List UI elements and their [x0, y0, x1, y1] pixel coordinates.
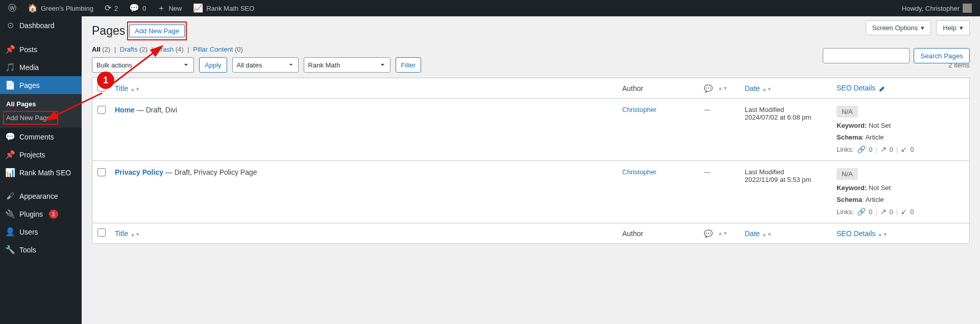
comments-toolbar[interactable]: 💬0 — [125, 0, 150, 16]
menu-users-label: Users — [19, 228, 38, 236]
view-pillar[interactable]: Pillar Content — [193, 45, 233, 53]
view-drafts-count: (2) — [139, 45, 148, 53]
col-title[interactable]: Title▲▼ — [115, 84, 622, 92]
keyword-value: Not Set — [867, 184, 891, 192]
search-button[interactable]: Search Pages — [914, 48, 970, 63]
incoming-icon: ↙ — [901, 207, 907, 216]
menu-comments[interactable]: 💬Comments — [0, 128, 82, 146]
main-content: Screen Options▾ Help▾ Pages Add New Page… — [82, 16, 980, 324]
rankmath-toolbar[interactable]: 📈Rank Math SEO — [189, 0, 258, 16]
date-label: Last Modified — [745, 106, 837, 113]
menu-users[interactable]: 👤Users — [0, 223, 82, 241]
add-new-page-highlight: Add New Page — [127, 21, 187, 40]
howdy-text: Howdy, Christopher — [902, 5, 960, 12]
submenu-all-pages[interactable]: All Pages — [0, 97, 82, 111]
submenu-add-new-page-label: Add New Page — [6, 114, 51, 122]
help-button[interactable]: Help▾ — [936, 20, 970, 35]
col-date[interactable]: Date▲▼ — [745, 84, 837, 92]
author-link[interactable]: Christopher — [622, 106, 656, 113]
menu-pages[interactable]: 📄Pages — [0, 76, 82, 94]
schema-label: Schema — [837, 133, 862, 141]
menu-dashboard[interactable]: ⊙Dashboard — [0, 16, 82, 34]
pages-table: Title▲▼ Author 💬▲▼ Date▲▼ SEO Details Ho… — [92, 78, 970, 244]
menu-appearance-label: Appearance — [19, 192, 58, 200]
menu-plugins-label: Plugins — [19, 210, 43, 218]
site-label: Green's Plumbing — [41, 5, 93, 12]
page-status: — Draft, Privacy Policy Page — [163, 168, 257, 176]
table-footer: Title▲▼ Author 💬▲▼ Date▲▼ SEO Details▲▼ — [92, 223, 969, 243]
table-row: Home — Draft, Divi Christopher — Last Mo… — [92, 99, 969, 161]
submenu-all-pages-label: All Pages — [6, 100, 36, 108]
view-all-label: All — [92, 45, 101, 53]
chevron-down-icon: ▾ — [960, 24, 963, 32]
view-drafts-label: Drafts — [120, 45, 138, 53]
pencil-icon — [878, 85, 886, 92]
add-new-page-button[interactable]: Add New Page — [129, 25, 185, 37]
rankmath-filter-select[interactable]: Rank Math — [304, 57, 390, 73]
new-content[interactable]: ＋New — [153, 0, 186, 16]
col-comments-footer[interactable]: 💬▲▼ — [704, 229, 745, 238]
submenu-add-new-page[interactable]: Add New Page — [0, 111, 82, 125]
user-icon: 👤 — [5, 227, 15, 237]
menu-posts[interactable]: 📌Posts — [0, 40, 82, 58]
menu-projects[interactable]: 📌Projects — [0, 146, 82, 164]
wp-logo[interactable]: ⓦ — [4, 0, 20, 16]
annotation-number: 1 — [103, 75, 108, 86]
annotation-marker-1: 1 — [97, 72, 114, 89]
refresh-icon: ⟳ — [105, 4, 111, 12]
col-author-footer: Author — [622, 229, 704, 238]
col-seo[interactable]: SEO Details — [837, 84, 964, 92]
sort-icon: ▲▼ — [130, 88, 140, 91]
dashboard-icon: ⊙ — [5, 20, 15, 30]
keyword-value: Not Set — [867, 122, 891, 129]
search-input[interactable] — [823, 48, 910, 63]
col-date-footer[interactable]: Date▲▼ — [745, 229, 837, 238]
menu-appearance[interactable]: 🖌Appearance — [0, 188, 82, 205]
view-trash[interactable]: Trash — [157, 45, 174, 53]
bulk-actions-select[interactable]: Bulk actions — [92, 57, 194, 73]
view-trash-count: (4) — [176, 45, 184, 53]
screen-options-button[interactable]: Screen Options▾ — [866, 20, 932, 35]
select-all-checkbox-footer[interactable] — [97, 228, 106, 237]
seo-badge: N/A — [837, 168, 858, 180]
search-button-label: Search Pages — [920, 52, 963, 60]
menu-media-label: Media — [19, 63, 39, 72]
user-menu[interactable]: Howdy, Christopher — [898, 0, 976, 16]
external-icon: ↗ — [880, 145, 887, 153]
row-checkbox[interactable] — [97, 168, 106, 176]
sort-icon: ▲▼ — [877, 233, 888, 236]
menu-rankmath[interactable]: 📊Rank Math SEO — [0, 164, 82, 181]
date-filter-select[interactable]: All dates — [232, 57, 299, 73]
menu-media[interactable]: 🎵Media — [0, 58, 82, 76]
submenu-pages: All Pages Add New Page — [0, 94, 82, 128]
view-all[interactable]: All — [92, 45, 101, 53]
updates[interactable]: ⟳2 — [101, 0, 122, 16]
sort-icon: ▲▼ — [718, 232, 728, 235]
filter-button[interactable]: Filter — [396, 57, 422, 73]
col-title-footer[interactable]: Title▲▼ — [115, 229, 622, 238]
row-checkbox[interactable] — [97, 106, 106, 114]
apply-button[interactable]: Apply — [199, 57, 227, 73]
comments-cell: — — [704, 106, 710, 113]
col-comments[interactable]: 💬▲▼ — [704, 84, 745, 92]
apply-button-label: Apply — [205, 61, 222, 69]
table-row: Privacy Policy — Draft, Privacy Policy P… — [92, 161, 969, 223]
view-pillar-count: (0) — [235, 45, 243, 53]
admin-bar: ⓦ 🏠Green's Plumbing ⟳2 💬0 ＋New 📈Rank Mat… — [0, 0, 980, 16]
menu-tools[interactable]: 🔧Tools — [0, 241, 82, 259]
col-title-label: Title — [115, 229, 128, 238]
pages-icon: 📄 — [5, 80, 15, 90]
schema-label: Schema — [837, 196, 862, 203]
view-drafts[interactable]: Drafts — [120, 45, 138, 53]
page-link[interactable]: Home — [115, 106, 135, 114]
menu-plugins[interactable]: 🔌Plugins1 — [0, 205, 82, 223]
site-name[interactable]: 🏠Green's Plumbing — [23, 0, 97, 16]
col-seo-footer[interactable]: SEO Details▲▼ — [837, 229, 964, 238]
col-title-label: Title — [115, 84, 128, 92]
page-link[interactable]: Privacy Policy — [115, 168, 163, 176]
page-link-label: Home — [115, 106, 135, 114]
col-seo-label: SEO Details — [837, 229, 875, 238]
chart-icon: 📈 — [193, 4, 203, 12]
author-link[interactable]: Christopher — [622, 168, 656, 176]
link-icon: 🔗 — [857, 207, 866, 216]
